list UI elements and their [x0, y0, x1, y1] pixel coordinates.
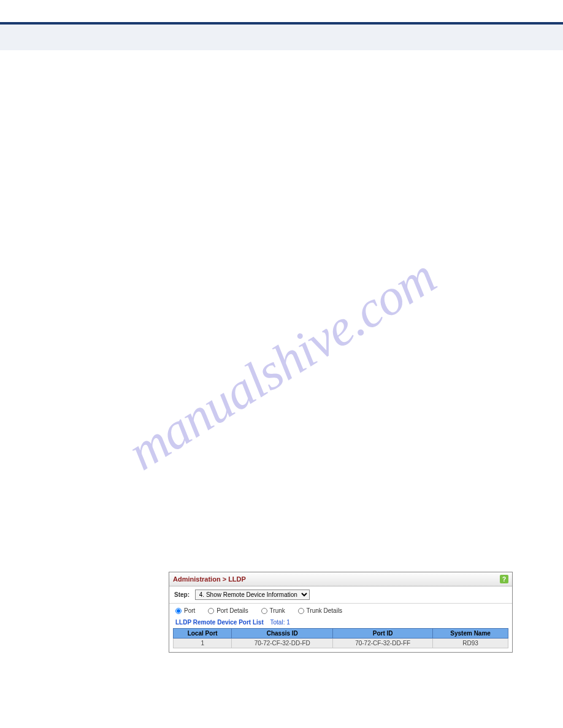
- watermark-text: manualshive.com: [117, 246, 445, 482]
- col-system-name: System Name: [433, 628, 508, 638]
- cell-local-port: 1: [174, 638, 232, 648]
- radio-port-details[interactable]: [208, 608, 214, 614]
- step-label: Step:: [174, 591, 190, 598]
- panel-header: Administration > LLDP ?: [169, 572, 512, 586]
- radio-trunk-label: Trunk: [270, 607, 285, 614]
- step-select[interactable]: 4. Show Remote Device Information: [195, 590, 310, 600]
- breadcrumb: Administration > LLDP: [173, 575, 246, 583]
- lldp-table: Local Port Chassis ID Port ID System Nam…: [173, 628, 508, 648]
- list-title: LLDP Remote Device Port List Total: 1: [169, 619, 512, 628]
- help-icon[interactable]: ?: [500, 575, 508, 583]
- cell-system-name: RD93: [433, 638, 508, 648]
- cell-chassis-id: 70-72-CF-32-DD-FD: [232, 638, 333, 648]
- header-band: [0, 25, 563, 50]
- radio-row: Port Port Details Trunk Trunk Details: [169, 604, 512, 619]
- list-title-text: LLDP Remote Device Port List: [175, 619, 264, 626]
- table-header-row: Local Port Chassis ID Port ID System Nam…: [174, 628, 508, 638]
- radio-trunk[interactable]: [261, 608, 267, 614]
- lldp-panel: Administration > LLDP ? Step: 4. Show Re…: [169, 572, 513, 653]
- table-row: 1 70-72-CF-32-DD-FD 70-72-CF-32-DD-FF RD…: [174, 638, 508, 648]
- list-total-value: 1: [286, 619, 290, 626]
- radio-port[interactable]: [175, 608, 182, 614]
- col-chassis-id: Chassis ID: [232, 628, 333, 638]
- list-total-label: Total:: [270, 619, 285, 626]
- cell-port-id: 70-72-CF-32-DD-FF: [333, 638, 433, 648]
- radio-port-label: Port: [184, 607, 195, 614]
- col-local-port: Local Port: [174, 628, 232, 638]
- col-port-id: Port ID: [333, 628, 433, 638]
- radio-trunk-details[interactable]: [298, 608, 304, 614]
- radio-port-details-label: Port Details: [216, 607, 248, 614]
- step-row: Step: 4. Show Remote Device Information: [169, 586, 512, 604]
- radio-trunk-details-label: Trunk Details: [307, 607, 343, 614]
